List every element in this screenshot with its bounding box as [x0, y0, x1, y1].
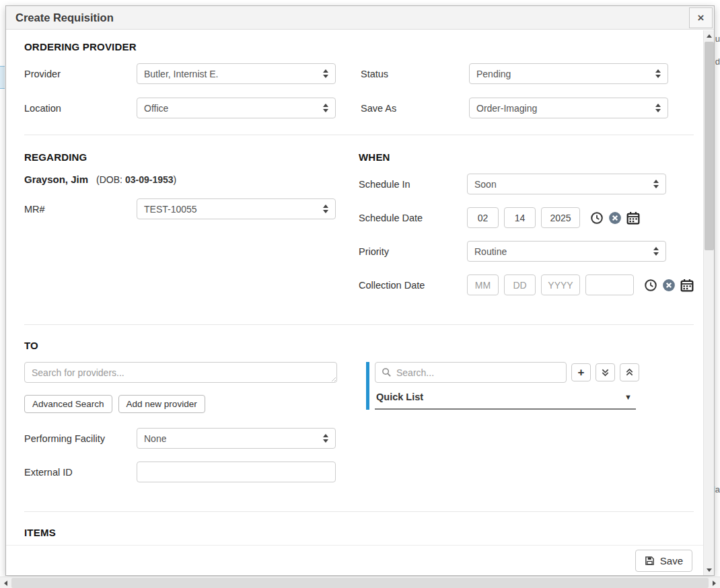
section-divider — [24, 511, 694, 512]
performing-facility-select[interactable]: None — [137, 428, 336, 449]
clear-date-icon[interactable] — [662, 279, 676, 292]
collection-month-input[interactable] — [467, 274, 499, 295]
mr-label: MR# — [24, 204, 137, 215]
quick-list-search-box — [375, 362, 567, 383]
double-chevron-up-icon — [625, 368, 634, 377]
calendar-icon[interactable] — [626, 211, 640, 225]
collection-time-input[interactable] — [585, 274, 634, 295]
form-row: Provider Butler, Internist E. Status Pen… — [24, 63, 694, 84]
advanced-search-button[interactable]: Advanced Search — [24, 395, 112, 413]
page-title: Create Requisition — [15, 11, 114, 24]
mr-select[interactable]: TEST-10055 — [137, 198, 336, 219]
calendar-icon[interactable] — [680, 279, 694, 292]
add-to-quick-list-button[interactable]: + — [571, 363, 591, 381]
schedule-date-label: Schedule Date — [359, 213, 467, 223]
updown-arrows-icon — [323, 104, 328, 112]
external-id-label: External ID — [24, 467, 137, 478]
section-heading-to: TO — [24, 340, 694, 351]
create-requisition-dialog: Create Requisition × ORDERING PROVIDER P… — [5, 5, 715, 576]
vertical-scrollbar[interactable] — [703, 30, 714, 575]
section-heading-when: WHEN — [359, 151, 694, 163]
close-icon: × — [698, 12, 705, 24]
background-text-fragment: u — [715, 34, 720, 44]
patient-dob: (DOB:03-09-1953) — [96, 174, 176, 185]
scroll-left-button[interactable] — [0, 577, 11, 588]
expand-all-button[interactable] — [596, 363, 615, 381]
performing-facility-label: Performing Facility — [24, 433, 137, 444]
provider-select[interactable]: Butler, Internist E. — [137, 63, 336, 84]
priority-label: Priority — [359, 246, 467, 257]
status-select[interactable]: Pending — [469, 63, 668, 84]
save-as-select[interactable]: Order-Imaging — [469, 98, 668, 118]
search-icon — [382, 367, 392, 377]
quick-list-search-input[interactable] — [396, 367, 560, 378]
updown-arrows-icon — [323, 434, 328, 443]
triangle-right-icon — [713, 581, 716, 586]
schedule-in-select[interactable]: Soon — [467, 174, 666, 194]
updown-arrows-icon — [655, 104, 661, 112]
updown-arrows-icon — [653, 180, 659, 188]
section-heading-ordering-provider: ORDERING PROVIDER — [24, 41, 694, 52]
provider-label: Provider — [24, 69, 137, 79]
provider-quick-list-panel: + Quick — [366, 362, 694, 410]
section-heading-items: ITEMS — [24, 527, 694, 538]
triangle-left-icon — [4, 581, 7, 586]
location-label: Location — [24, 103, 137, 114]
save-button[interactable]: Save — [635, 550, 692, 572]
add-new-provider-button[interactable]: Add new provider — [118, 395, 205, 413]
dialog-content: ORDERING PROVIDER Provider Butler, Inter… — [6, 30, 703, 575]
triangle-down-icon — [707, 568, 712, 572]
background-text-fragment: d — [715, 57, 720, 67]
patient-summary: Grayson, Jim (DOB:03-09-1953) — [24, 174, 353, 185]
clock-icon[interactable] — [644, 279, 657, 292]
collection-date-label: Collection Date — [359, 280, 467, 291]
updown-arrows-icon — [323, 69, 328, 78]
horizontal-scrollbar-thumb[interactable] — [11, 578, 709, 588]
clear-date-icon[interactable] — [608, 211, 622, 225]
scroll-up-button[interactable] — [704, 30, 715, 41]
section-divider — [24, 324, 694, 325]
quick-list-label: Quick List — [376, 392, 423, 402]
clock-icon[interactable] — [590, 211, 604, 225]
collection-year-input[interactable] — [541, 274, 580, 295]
collection-day-input[interactable] — [504, 274, 536, 295]
dialog-header: Create Requisition — [6, 6, 714, 30]
schedule-date-year-input[interactable] — [541, 207, 580, 228]
provider-search-input[interactable] — [24, 362, 337, 383]
status-label: Status — [361, 69, 469, 79]
background-fragment-box — [0, 66, 5, 89]
save-as-label: Save As — [361, 103, 469, 114]
updown-arrows-icon — [323, 205, 328, 213]
triangle-up-icon — [707, 34, 712, 38]
external-id-input[interactable] — [137, 462, 336, 482]
quick-list-header[interactable]: Quick List ▼ — [375, 392, 636, 410]
schedule-in-label: Schedule In — [359, 179, 467, 190]
scrollbar-thumb[interactable] — [705, 42, 714, 250]
scroll-down-button[interactable] — [704, 564, 715, 575]
close-button[interactable]: × — [689, 7, 713, 28]
double-chevron-down-icon — [601, 368, 610, 377]
schedule-date-day-input[interactable] — [504, 207, 536, 228]
location-select[interactable]: Office — [137, 98, 336, 118]
dialog-footer: Save — [6, 545, 703, 575]
save-icon — [645, 556, 655, 566]
section-divider — [24, 135, 694, 135]
updown-arrows-icon — [655, 69, 661, 78]
plus-icon: + — [578, 367, 585, 378]
patient-name: Grayson, Jim — [24, 174, 88, 185]
caret-down-icon: ▼ — [624, 393, 632, 401]
scroll-right-button[interactable] — [709, 577, 720, 588]
updown-arrows-icon — [653, 247, 659, 256]
collapse-all-button[interactable] — [620, 363, 639, 381]
form-row: Location Office Save As Order-Imaging — [24, 98, 694, 118]
priority-select[interactable]: Routine — [467, 241, 666, 262]
section-heading-regarding: REGARDING — [24, 151, 353, 163]
horizontal-scrollbar[interactable] — [0, 577, 720, 588]
schedule-date-month-input[interactable] — [467, 207, 499, 228]
